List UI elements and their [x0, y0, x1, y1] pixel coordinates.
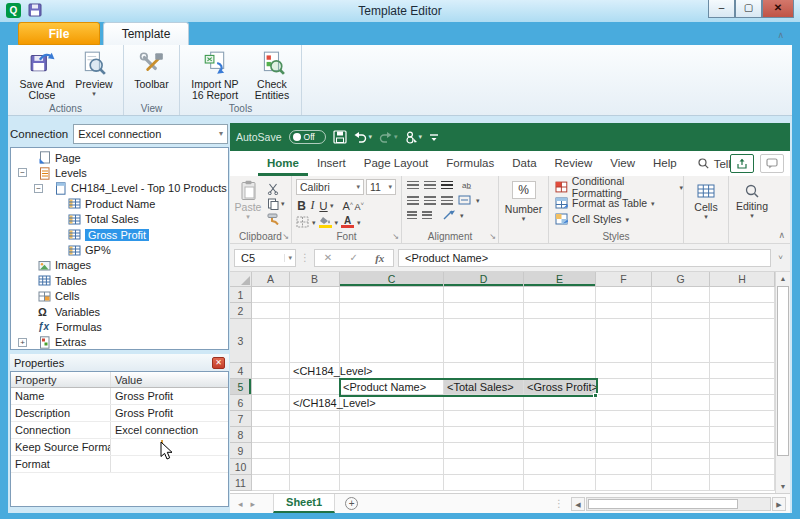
row-header-1[interactable]: 1 [230, 287, 252, 303]
grow-font-button[interactable]: ˄ [343, 200, 354, 212]
align-center-icon[interactable] [424, 196, 436, 205]
cell-H8[interactable] [710, 427, 775, 443]
row-header-7[interactable]: 7 [230, 411, 252, 427]
cell-C1[interactable] [340, 287, 444, 303]
cell-F5[interactable] [596, 379, 652, 395]
formula-input[interactable]: <Product Name> [398, 249, 771, 267]
comment-icon[interactable] [760, 154, 784, 173]
cell-A3[interactable] [252, 319, 290, 363]
cell-styles-button[interactable]: Cell Styles ▾ [549, 211, 683, 227]
cell-F8[interactable] [596, 427, 652, 443]
cell-D11[interactable] [444, 475, 524, 491]
cell-G7[interactable] [652, 411, 710, 427]
cell-A5[interactable] [252, 379, 290, 395]
cell-E2[interactable] [524, 303, 596, 319]
cell-D9[interactable] [444, 443, 524, 459]
font-name-select[interactable]: Calibri▾ [296, 179, 364, 195]
cell-G10[interactable] [652, 459, 710, 475]
cell-H1[interactable] [710, 287, 775, 303]
merge-center-icon[interactable] [458, 195, 471, 205]
excel-tab-formulas[interactable]: Formulas [437, 151, 503, 176]
cell-G8[interactable] [652, 427, 710, 443]
dialog-launcher-icon[interactable]: ↘ [489, 232, 496, 241]
underline-button[interactable]: U [318, 200, 329, 212]
column-header-C[interactable]: C [340, 272, 444, 287]
align-top-icon[interactable] [407, 181, 419, 190]
borders-button[interactable] [296, 216, 309, 228]
tree-item-variables[interactable]: Ω Variables [11, 304, 228, 319]
format-painter-button[interactable] [267, 211, 285, 226]
cell-E4[interactable] [524, 363, 596, 379]
excel-tab-page-layout[interactable]: Page Layout [355, 151, 438, 176]
excel-tab-data[interactable]: Data [503, 151, 545, 176]
cell-H7[interactable] [710, 411, 775, 427]
dialog-launcher-icon[interactable]: ↘ [392, 232, 399, 241]
bold-button[interactable]: B [296, 199, 307, 213]
cell-H2[interactable] [710, 303, 775, 319]
row-header-8[interactable]: 8 [230, 427, 252, 443]
cell-B3[interactable] [290, 319, 340, 363]
column-header-A[interactable]: A [252, 272, 290, 287]
italic-button[interactable]: I [308, 198, 317, 213]
tree-item-product-name[interactable]: Product Name [11, 196, 228, 211]
fill-color-button[interactable] [319, 217, 332, 228]
column-header-H[interactable]: H [710, 272, 775, 287]
cell-F6[interactable] [596, 395, 652, 411]
tree-expander-icon[interactable]: − [18, 168, 27, 177]
scroll-left-icon[interactable]: ◀ [571, 497, 585, 511]
cell-C9[interactable] [340, 443, 444, 459]
select-all-corner[interactable] [230, 272, 252, 287]
excel-tab-view[interactable]: View [601, 151, 644, 176]
fill-handle[interactable] [593, 393, 598, 398]
minimize-button[interactable]: – [708, 0, 735, 18]
preview-button[interactable]: Preview ▾ [70, 50, 118, 97]
autosave-toggle[interactable]: Off [289, 130, 326, 144]
cell-F9[interactable] [596, 443, 652, 459]
splitter-dots[interactable]: ⋮ [554, 498, 564, 509]
cell-A11[interactable] [252, 475, 290, 491]
excel-save-icon[interactable] [333, 130, 347, 144]
undo-button[interactable]: ▾ [354, 131, 373, 143]
cell-A8[interactable] [252, 427, 290, 443]
name-box[interactable]: C5 ▾ [234, 249, 296, 267]
font-size-select[interactable]: 11▾ [366, 179, 396, 195]
scrollbar-thumb[interactable] [777, 286, 789, 456]
excel-tab-help[interactable]: Help [644, 151, 686, 176]
cell-F7[interactable] [596, 411, 652, 427]
scroll-up-icon[interactable]: ▲ [776, 272, 790, 285]
cell-D6[interactable] [444, 395, 524, 411]
cell-D3[interactable] [444, 319, 524, 363]
cell-D10[interactable] [444, 459, 524, 475]
cell-G5[interactable] [652, 379, 710, 395]
cell-F11[interactable] [596, 475, 652, 491]
sheet-tab[interactable]: Sheet1 [273, 494, 335, 513]
cell-A1[interactable] [252, 287, 290, 303]
cell-B8[interactable] [290, 427, 340, 443]
cell-G1[interactable] [652, 287, 710, 303]
customize-qat-icon[interactable] [429, 132, 439, 142]
excel-tab-insert[interactable]: Insert [308, 151, 355, 176]
number-group[interactable]: % Number ▾ [499, 176, 549, 243]
toolbar-button[interactable]: Toolbar [127, 50, 177, 90]
connection-select[interactable]: Excel connection ▾ [73, 124, 228, 144]
tab-template[interactable]: Template [103, 22, 189, 45]
close-button[interactable]: ✕ [762, 0, 794, 18]
tree-item-formulas[interactable]: ƒx Formulas [11, 319, 228, 334]
cell-E6[interactable] [524, 395, 596, 411]
align-left-icon[interactable] [407, 196, 419, 205]
cell-G11[interactable] [652, 475, 710, 491]
copy-button[interactable]: ▾ [267, 196, 285, 211]
cell-H6[interactable] [710, 395, 775, 411]
cell-A9[interactable] [252, 443, 290, 459]
scroll-right-icon[interactable]: ▶ [772, 497, 786, 511]
column-header-B[interactable]: B [290, 272, 340, 287]
tree-expander-icon[interactable]: + [18, 338, 27, 347]
collapse-ribbon-icon[interactable]: ∧ [777, 30, 784, 40]
row-header-3[interactable]: 3 [230, 319, 252, 363]
cell-E1[interactable] [524, 287, 596, 303]
cell-B5[interactable] [290, 379, 340, 395]
cell-E10[interactable] [524, 459, 596, 475]
tree-item-total-sales[interactable]: Total Sales [11, 212, 228, 227]
cell-C8[interactable] [340, 427, 444, 443]
cell-B11[interactable] [290, 475, 340, 491]
